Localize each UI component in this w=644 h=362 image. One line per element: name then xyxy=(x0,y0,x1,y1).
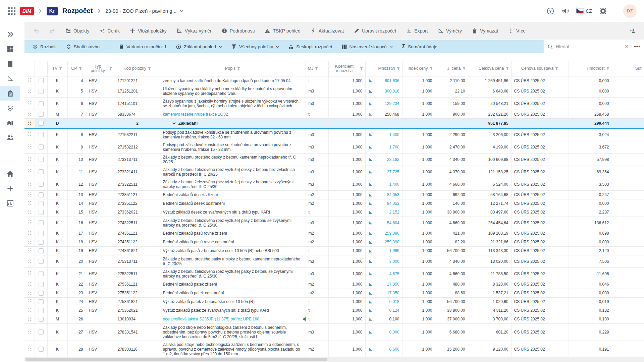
col-header-celkova-cena[interactable]: Celková cena xyxy=(468,61,511,76)
add-person-button[interactable] xyxy=(630,28,635,34)
row-checkbox[interactable] xyxy=(39,192,44,197)
drag-icon[interactable] xyxy=(28,299,31,304)
vykaz-vymer-icon[interactable] xyxy=(368,282,373,287)
drag-icon[interactable] xyxy=(28,231,31,235)
vykaz-vymer-icon[interactable] xyxy=(368,132,373,137)
breadcrumb[interactable]: 23-90 - ZOO Plzeň - pavilon g... xyxy=(105,8,183,14)
filterbar-button-sbalit-stavbu[interactable]: Sbalit stavbu xyxy=(66,44,100,49)
row-checkbox[interactable] xyxy=(39,89,44,94)
drag-icon[interactable] xyxy=(28,120,31,125)
filterbar-button-seskupit-rozpo-et[interactable]: Seskupit rozpočet xyxy=(288,44,332,49)
vykaz-vymer-icon[interactable] xyxy=(368,182,373,186)
toolbar-button-aktualizovat[interactable]: Aktualizovat xyxy=(311,28,344,34)
drag-icon[interactable] xyxy=(28,258,31,263)
vykaz-vymer-icon[interactable] xyxy=(368,78,373,83)
sidebar-item-prehledy[interactable] xyxy=(0,196,20,210)
col-header-sut[interactable]: Suť xyxy=(612,61,644,76)
filterbar-button-nastaven-sloupc-[interactable]: Nastavení sloupců xyxy=(342,44,393,49)
col-header-koeficient-mnozstvi[interactable]: Koeficient množství xyxy=(328,61,365,76)
row-checkbox[interactable] xyxy=(39,271,44,276)
drag-icon[interactable] xyxy=(28,239,31,244)
vykaz-vymer-icon[interactable] xyxy=(368,249,373,253)
quantity-value[interactable]: 23,182 xyxy=(387,157,399,162)
funnel-small-icon[interactable] xyxy=(429,67,433,70)
section-title[interactable]: Zakládání xyxy=(163,121,303,126)
apps-grid-icon[interactable] xyxy=(8,7,15,15)
drag-icon[interactable] xyxy=(28,316,31,321)
quantity-value[interactable]: 17,350 xyxy=(387,291,399,295)
quantity-value[interactable]: 1,999 xyxy=(389,248,399,253)
sidebar-item-tym[interactable] xyxy=(0,130,20,145)
sidebar-item-pridat[interactable] xyxy=(0,181,20,196)
vykaz-vymer-icon[interactable] xyxy=(368,193,373,197)
drag-icon[interactable] xyxy=(28,220,31,225)
col-header-cenova-soustava[interactable]: Cenová soustava xyxy=(511,61,569,76)
vykaz-vymer-icon[interactable] xyxy=(368,231,373,236)
vykaz-vymer-icon[interactable] xyxy=(368,157,373,162)
quantity-value[interactable]: 17,350 xyxy=(387,282,399,287)
toolbar-button-objekty[interactable]: Objekty xyxy=(65,28,89,34)
row-checkbox[interactable] xyxy=(39,121,44,126)
toolbar-button-export[interactable]: Export xyxy=(406,28,428,34)
vykaz-vymer-icon[interactable] xyxy=(368,330,373,334)
sidebar-item-stavby[interactable] xyxy=(0,115,20,130)
toolbar-button-v-m-ry[interactable]: Výměry xyxy=(438,28,462,34)
vykaz-vymer-icon[interactable] xyxy=(368,272,373,276)
horizontal-scrollbar[interactable] xyxy=(24,357,644,362)
filterbar-button-v-echny-polo-ky[interactable]: Všechny položky xyxy=(231,44,279,49)
vykaz-vymer-icon[interactable] xyxy=(368,145,373,149)
quantity-value[interactable]: 3,000 xyxy=(389,259,399,264)
filterbar-button-z-kladn-pohled[interactable]: Základní pohled xyxy=(176,44,222,49)
vykaz-vymer-icon[interactable] xyxy=(368,210,373,215)
sidebar-item-documents[interactable] xyxy=(0,56,20,71)
row-checkbox[interactable] xyxy=(39,231,44,236)
search-clear-icon[interactable]: ✕ xyxy=(624,44,630,50)
row-checkbox[interactable] xyxy=(39,112,44,117)
row-checkbox[interactable] xyxy=(39,329,44,335)
row-checkbox[interactable] xyxy=(39,282,44,287)
quantity-value[interactable]: 4,675 xyxy=(389,272,399,276)
drag-icon[interactable] xyxy=(28,271,31,276)
drag-icon[interactable] xyxy=(28,290,31,295)
sidebar-item-domu[interactable] xyxy=(0,166,20,181)
vykaz-vymer-icon[interactable] xyxy=(368,112,373,116)
horizontal-scrollbar-thumb[interactable] xyxy=(25,358,327,361)
row-checkbox[interactable] xyxy=(39,210,44,215)
quantity-value[interactable]: 0,100 xyxy=(389,317,399,321)
megaphone-icon[interactable] xyxy=(561,7,569,15)
toolbar-button-tskp-pohled[interactable]: TSKP pohled xyxy=(265,28,300,34)
vykaz-vymer-icon[interactable] xyxy=(368,308,373,313)
toolbar-button-vlo-it-polo-ky[interactable]: Vložit položky xyxy=(130,28,167,34)
vykaz-vymer-icon[interactable] xyxy=(368,291,373,295)
vykaz-vymer-icon[interactable] xyxy=(368,347,373,351)
help-icon[interactable]: ? xyxy=(547,7,554,15)
funnel-small-icon[interactable] xyxy=(606,67,610,70)
avatar[interactable]: DZ xyxy=(623,4,637,18)
row-checkbox[interactable] xyxy=(39,220,44,225)
sidebar-item-rozpocet[interactable] xyxy=(0,86,20,101)
col-header-mnozstvi[interactable]: Množství xyxy=(365,61,402,76)
funnel-small-icon[interactable] xyxy=(315,67,318,70)
toolbar-button-cen-k[interactable]: Ceník xyxy=(99,28,120,34)
search-input[interactable] xyxy=(556,44,621,49)
row-checkbox[interactable] xyxy=(39,299,44,304)
col-header-tv[interactable]: TV xyxy=(47,61,67,76)
funnel-small-icon[interactable] xyxy=(109,67,113,70)
funnel-small-icon[interactable] xyxy=(462,67,466,70)
vykaz-vymer-icon[interactable] xyxy=(368,317,373,321)
drag-icon[interactable] xyxy=(28,192,31,197)
bim-logo[interactable]: BIM xyxy=(20,7,34,15)
col-header-cp[interactable]: ČP xyxy=(67,61,86,76)
vykaz-vymer-icon[interactable] xyxy=(368,89,373,94)
quantity-value[interactable]: 1,700 xyxy=(389,145,399,149)
drag-icon[interactable] xyxy=(28,282,31,286)
quantity-value[interactable]: 258,468 xyxy=(385,112,399,117)
quantity-value[interactable]: 259,390 xyxy=(385,240,399,244)
funnel-small-icon[interactable] xyxy=(78,67,82,70)
item-description-link[interactable]: ocel profilová jakost S235JR (11 375) pr… xyxy=(163,317,259,321)
quantity-value[interactable]: 0,018 xyxy=(389,299,399,304)
row-checkbox[interactable] xyxy=(39,182,44,187)
row-checkbox[interactable] xyxy=(39,308,44,313)
row-checkbox[interactable] xyxy=(39,157,44,162)
row-checkbox[interactable] xyxy=(39,201,44,206)
